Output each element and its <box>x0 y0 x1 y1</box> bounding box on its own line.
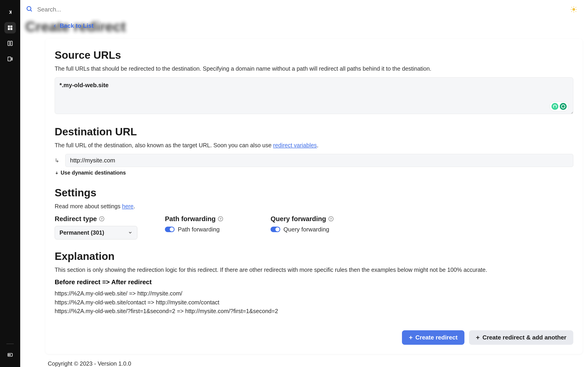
explanation-heading: Explanation <box>55 250 573 262</box>
rail-logs-button[interactable] <box>4 53 16 65</box>
create-redirect-button[interactable]: + Create redirect <box>402 330 464 345</box>
help-icon[interactable]: ? <box>218 216 223 221</box>
settings-heading: Settings <box>55 186 573 199</box>
plus-icon: + <box>409 334 413 341</box>
form-card: Source URLs The full URLs that should be… <box>45 39 582 354</box>
query-forwarding-label: Query forwarding ? <box>271 215 349 223</box>
use-dynamic-destinations-button[interactable]: Use dynamic destinations <box>55 170 126 176</box>
rail-dashboard-button[interactable] <box>4 22 16 33</box>
redirect-type-label: Redirect type ? <box>55 215 137 223</box>
svg-rect-0 <box>8 25 10 27</box>
destination-url-input[interactable] <box>65 154 573 167</box>
settings-here-link[interactable]: here <box>122 203 133 209</box>
svg-rect-3 <box>10 28 12 30</box>
chevron-down-icon <box>128 230 132 235</box>
settings-desc: Read more about settings here. <box>55 202 573 210</box>
explanation-subheading: Before redirect => After redirect <box>55 278 573 286</box>
redirect-variables-link[interactable]: redirect variables <box>273 142 317 148</box>
grammarly-status-icon <box>560 103 567 110</box>
path-forwarding-toggle[interactable] <box>165 227 174 232</box>
rail-billing-button[interactable] <box>4 349 16 361</box>
redirect-type-select[interactable]: Permanent (301) <box>55 226 137 240</box>
arrow-down-icon <box>55 171 59 175</box>
svg-point-8 <box>573 8 575 10</box>
destination-url-heading: Destination URL <box>55 125 573 138</box>
left-rail <box>0 0 20 367</box>
query-forwarding-toggle[interactable] <box>271 227 280 232</box>
back-to-list-link[interactable]: Back to List <box>52 22 94 29</box>
subdirectory-arrow-icon: ↳ <box>55 157 61 164</box>
source-urls-desc: The full URLs that should be redirected … <box>55 65 573 73</box>
query-forwarding-toggle-label: Query forwarding <box>284 226 329 233</box>
path-forwarding-label: Path forwarding ? <box>165 215 243 223</box>
explanation-line: https://%2A.my-old-web.site/?first=1&sec… <box>55 307 573 316</box>
explanation-line: https://%2A.my-old-web.site/contact => h… <box>55 298 573 307</box>
arrow-left-icon <box>52 23 57 28</box>
grammarly-icon <box>552 103 558 110</box>
back-link-label: Back to List <box>60 22 94 29</box>
svg-rect-2 <box>8 28 10 30</box>
search-icon <box>26 5 33 14</box>
rail-docs-button[interactable] <box>4 38 16 49</box>
grammarly-widget[interactable] <box>549 102 569 111</box>
source-urls-textarea[interactable] <box>55 77 573 114</box>
theme-toggle-button[interactable] <box>569 4 579 15</box>
rail-expand-button[interactable] <box>4 6 16 18</box>
destination-url-desc: The full URL of the destination, also kn… <box>55 141 573 149</box>
plus-icon: + <box>476 334 480 341</box>
divider <box>100 21 101 31</box>
help-icon[interactable]: ? <box>99 216 104 221</box>
footer-copyright: Copyright © 2023 - Version 1.0.0 <box>48 360 588 367</box>
topbar <box>20 0 588 19</box>
svg-point-7 <box>27 7 31 10</box>
create-redirect-add-another-button[interactable]: + Create redirect & add another <box>469 330 573 345</box>
explanation-line: https://%2A.my-old-web.site/ => http://m… <box>55 289 573 298</box>
search-input[interactable] <box>37 6 569 13</box>
source-urls-heading: Source URLs <box>55 49 573 61</box>
svg-rect-1 <box>10 25 12 27</box>
svg-rect-6 <box>9 354 10 355</box>
help-icon[interactable]: ? <box>329 216 334 221</box>
rail-divider <box>6 344 14 344</box>
path-forwarding-toggle-label: Path forwarding <box>178 226 220 233</box>
explanation-desc: This section is only showing the redirec… <box>55 266 573 274</box>
svg-rect-4 <box>8 57 11 61</box>
